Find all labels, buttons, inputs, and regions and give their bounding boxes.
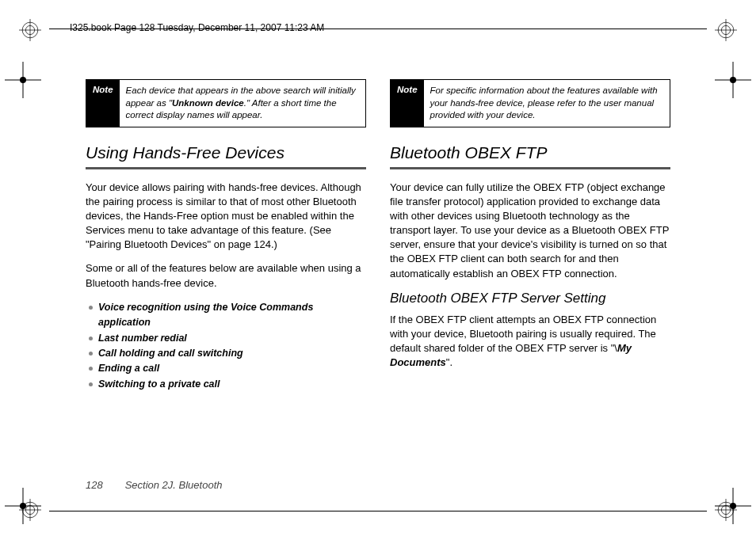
crop-crosshair-icon (5, 62, 41, 98)
right-column: Note For specific information about the … (390, 79, 670, 470)
footer-section-label: Section 2J. Bluetooth (125, 479, 223, 491)
body-text-post: ". (446, 356, 452, 368)
registration-mark-icon (19, 19, 41, 41)
list-item: Last number redial (89, 331, 366, 346)
note-text: For specific information about the featu… (424, 80, 670, 127)
subsection-heading-server-setting: Bluetooth OBEX FTP Server Setting (390, 291, 670, 306)
heading-rule (86, 167, 366, 169)
note-label: Note (391, 80, 424, 127)
crop-crosshair-icon (5, 488, 41, 524)
page-content: Note Each device that appears in the abo… (86, 79, 670, 470)
body-paragraph: Your device allows pairing with hands-fr… (86, 181, 366, 253)
note-box: Note For specific information about the … (390, 79, 670, 127)
left-column: Note Each device that appears in the abo… (86, 79, 366, 470)
body-text-pre: If the OBEX FTP client attempts an OBEX … (390, 314, 656, 354)
body-paragraph: Your device can fully utilize the OBEX F… (390, 181, 670, 281)
list-item: Call holding and call switching (89, 346, 366, 361)
list-item: Ending a call (89, 361, 366, 376)
document-header-info: I325.book Page 128 Tuesday, December 11,… (70, 22, 324, 33)
section-heading-obex-ftp: Bluetooth OBEX FTP (390, 143, 670, 162)
note-box: Note Each device that appears in the abo… (86, 79, 366, 127)
crop-crosshair-icon (715, 488, 751, 524)
list-item: Voice recognition using the Voice Comman… (89, 300, 366, 331)
section-heading-hands-free: Using Hands-Free Devices (86, 143, 366, 162)
note-text-bold: Unknown device (172, 98, 244, 108)
list-item: Switching to a private call (89, 377, 366, 392)
note-label: Note (86, 80, 120, 127)
feature-list: Voice recognition using the Voice Comman… (86, 300, 366, 392)
heading-rule (390, 167, 670, 169)
crop-crosshair-icon (715, 62, 751, 98)
body-paragraph: Some or all of the features below are av… (86, 261, 366, 290)
body-paragraph: If the OBEX FTP client attempts an OBEX … (390, 313, 670, 371)
registration-mark-icon (715, 19, 737, 41)
page-number: 128 (86, 479, 122, 491)
page-footer: 128 Section 2J. Bluetooth (86, 479, 222, 491)
crop-line (49, 511, 707, 511)
note-text: Each device that appears in the above se… (120, 80, 365, 127)
